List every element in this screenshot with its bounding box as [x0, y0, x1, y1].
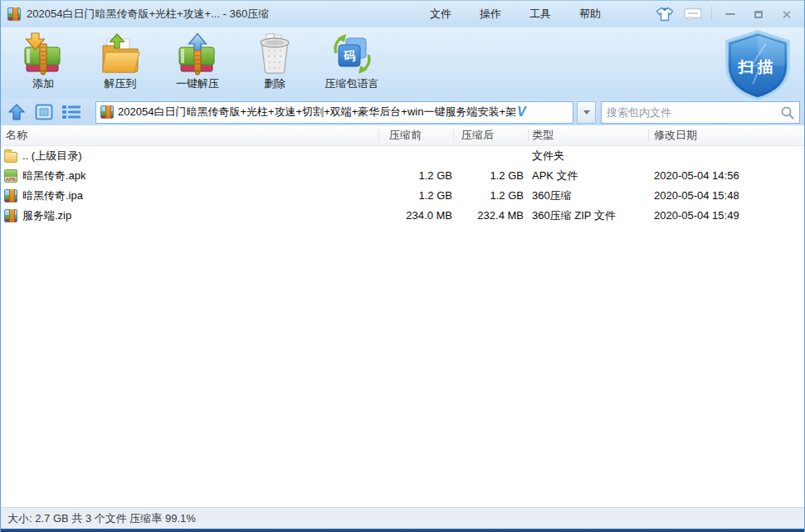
file-name: .. (上级目录)	[22, 146, 82, 166]
size-before-cell: 234.0 MB	[364, 206, 452, 226]
archive-path: 202054白日门暗黑传奇版+光柱+攻速+切割+双端+豪华后台+win一键服务端…	[118, 105, 516, 120]
file-type-icon	[4, 152, 17, 163]
file-list: .. (上级目录) 文件夹 暗黑传奇.apk 1.2 GB 1.2 GB APK…	[1, 146, 804, 507]
archive-icon	[100, 105, 114, 119]
search-icon[interactable]	[780, 105, 794, 120]
file-name-cell: 暗黑传奇.ipa	[4, 186, 83, 206]
column-header-type[interactable]: 类型	[532, 125, 554, 145]
file-name-cell: .. (上级目录)	[4, 146, 82, 166]
close-icon: ✕	[782, 8, 793, 21]
column-header-name[interactable]: 名称	[6, 125, 27, 145]
menu-bar: 文件 操作 工具 帮助	[416, 1, 615, 27]
one-key-extract-button[interactable]: 一键解压	[162, 32, 233, 91]
file-type-icon	[4, 189, 17, 203]
status-text: 大小: 2.7 GB 共 3 个文件 压缩率 99.1%	[7, 511, 196, 526]
search-box	[601, 101, 800, 124]
delete-button[interactable]: 删除	[239, 32, 310, 91]
address-dropdown-button[interactable]	[577, 101, 596, 124]
search-input[interactable]	[607, 106, 780, 119]
size-after-cell: 1.2 GB	[452, 166, 524, 186]
size-before-cell: 1.2 GB	[364, 186, 452, 206]
file-type-cell: 文件夹	[532, 146, 653, 166]
extract-to-icon	[100, 32, 140, 76]
file-name-cell: 服务端.zip	[4, 206, 71, 226]
svg-text:码: 码	[343, 49, 356, 62]
date-modified-cell: 2020-05-04 15:49	[654, 206, 739, 226]
add-button[interactable]: 添加	[7, 32, 79, 91]
tool-label: 一键解压	[176, 76, 219, 91]
menu-item-tools[interactable]: 工具	[515, 7, 565, 22]
scan-label: 扫描	[738, 58, 778, 76]
file-type-cell: APK 文件	[532, 166, 653, 186]
maximize-icon	[754, 11, 763, 18]
shield-icon: 扫描	[718, 29, 798, 100]
list-header: 名称 压缩前 压缩后 类型 修改日期	[1, 125, 804, 146]
column-header-date[interactable]: 修改日期	[654, 125, 697, 145]
list-view-icon	[61, 104, 81, 120]
message-icon	[684, 7, 702, 22]
divider	[453, 129, 454, 142]
one-key-extract-icon	[178, 32, 217, 76]
chevron-down-icon	[583, 110, 590, 115]
list-view-button[interactable]	[61, 101, 82, 123]
date-modified-cell: 2020-05-04 14:56	[654, 166, 739, 186]
titlebar-controls: ✕	[651, 1, 801, 27]
size-before-cell: 1.2 GB	[364, 166, 452, 186]
menu-item-help[interactable]: 帮助	[565, 7, 615, 22]
table-row[interactable]: 服务端.zip 234.0 MB 232.4 MB 360压缩 ZIP 文件 2…	[1, 206, 804, 226]
file-type-cell: 360压缩	[532, 186, 653, 206]
date-modified-cell: 2020-05-04 15:48	[654, 186, 739, 206]
go-up-button[interactable]	[6, 101, 27, 123]
menu-item-file[interactable]: 文件	[416, 7, 466, 22]
up-arrow-icon	[7, 103, 26, 121]
table-row[interactable]: .. (上级目录) 文件夹	[1, 146, 804, 166]
tool-label: 添加	[32, 76, 54, 91]
tool-label: 解压到	[105, 76, 137, 91]
address-row: 202054白日门暗黑传奇版+光柱+攻速+切割+双端+豪华后台+win一键服务端…	[1, 99, 804, 125]
column-header-before[interactable]: 压缩前	[389, 125, 422, 145]
window-bottom-frame	[1, 529, 804, 532]
title-bar: 202054白日门暗黑传奇版+光柱+攻速+... - 360压缩 文件 操作 工…	[1, 1, 804, 27]
window-title: 202054白日门暗黑传奇版+光柱+攻速+... - 360压缩	[27, 7, 269, 22]
extract-to-button[interactable]: 解压到	[85, 32, 156, 91]
file-name: 服务端.zip	[22, 206, 71, 226]
icon-view-icon	[35, 104, 53, 120]
divider	[711, 7, 712, 22]
app-window: 202054白日门暗黑传奇版+光柱+攻速+... - 360压缩 文件 操作 工…	[0, 0, 805, 532]
table-row[interactable]: 暗黑传奇.apk 1.2 GB 1.2 GB APK 文件 2020-05-04…	[1, 166, 804, 186]
file-type-cell: 360压缩 ZIP 文件	[532, 206, 653, 226]
shirt-icon	[656, 7, 674, 22]
tool-label: 删除	[264, 76, 285, 91]
close-button[interactable]: ✕	[773, 4, 801, 24]
column-header-after[interactable]: 压缩后	[461, 125, 494, 145]
tool-label: 压缩包语言	[325, 76, 379, 91]
divider	[648, 129, 649, 142]
toolbar: 添加 解压到	[1, 27, 804, 99]
scan-button[interactable]: 扫描	[718, 29, 798, 100]
minimize-icon	[725, 13, 735, 15]
archive-language-button[interactable]: 码 压缩包语言	[316, 32, 388, 91]
theme-skin-button[interactable]	[651, 4, 679, 24]
size-after-cell: 1.2 GB	[452, 186, 524, 206]
feedback-button[interactable]	[679, 4, 707, 24]
divider	[528, 129, 529, 142]
file-name: 暗黑传奇.ipa	[22, 186, 83, 206]
add-archive-icon	[23, 32, 63, 76]
table-row[interactable]: 暗黑传奇.ipa 1.2 GB 1.2 GB 360压缩 2020-05-04 …	[1, 186, 804, 206]
file-type-icon	[4, 169, 17, 183]
file-name-cell: 暗黑传奇.apk	[4, 166, 86, 186]
divider	[378, 129, 379, 142]
icon-view-button[interactable]	[33, 101, 55, 123]
trash-icon	[255, 32, 295, 76]
size-after-cell: 232.4 MB	[452, 206, 524, 226]
maximize-button[interactable]	[744, 4, 773, 24]
file-type-icon	[4, 209, 17, 222]
menu-item-actions[interactable]: 操作	[466, 7, 515, 22]
address-bar[interactable]: 202054白日门暗黑传奇版+光柱+攻速+切割+双端+豪华后台+win一键服务端…	[95, 101, 573, 124]
archive-language-icon: 码	[332, 32, 372, 76]
file-name: 暗黑传奇.apk	[22, 166, 86, 186]
status-bar: 大小: 2.7 GB 共 3 个文件 压缩率 99.1%	[1, 507, 804, 529]
minimize-button[interactable]	[716, 4, 744, 24]
app-logo-icon	[7, 7, 21, 21]
path-truncation-v: V	[517, 105, 526, 120]
